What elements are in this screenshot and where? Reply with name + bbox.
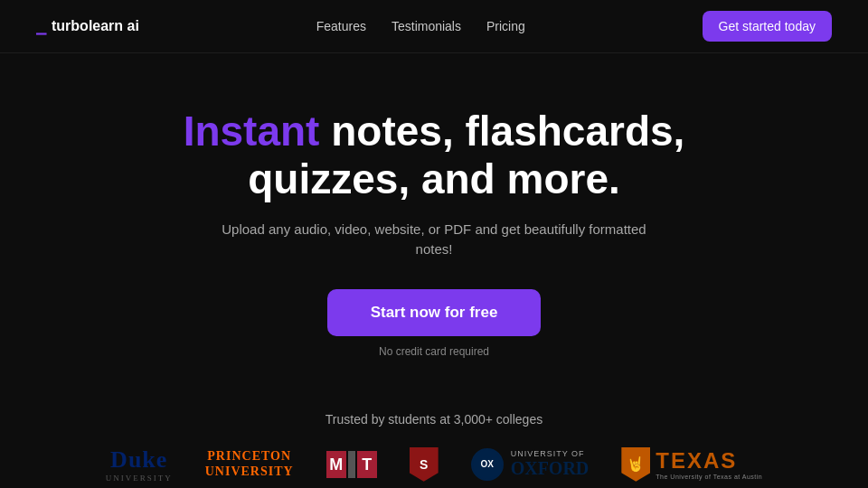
navbar: ⎯ turbolearn ai Features Testimonials Pr… — [0, 0, 868, 53]
logo-duke: Duke UNIVERSITY — [106, 446, 173, 483]
hero-section: Instant notes, flashcards, quizzes, and … — [0, 53, 868, 394]
logo-icon: ⎯ — [36, 17, 46, 36]
nav-cta-button[interactable]: Get started today — [703, 11, 832, 42]
trusted-label: Trusted by students at 3,000+ colleges — [326, 412, 542, 427]
hero-subtitle: Upload any audio, video, website, or PDF… — [217, 220, 651, 260]
logo-oxford: OX UNIVERSITY OF OXFORD — [471, 448, 590, 481]
hero-no-cc-label: No credit card required — [379, 345, 489, 358]
hero-cta-button[interactable]: Start now for free — [327, 289, 542, 336]
nav-links: Features Testimonials Pricing — [316, 19, 525, 33]
hero-title: Instant notes, flashcards, quizzes, and … — [154, 108, 714, 203]
trusted-logos: Duke UNIVERSITY PRINCETONUNIVERSITY MT S… — [106, 446, 763, 483]
logo-mit: MT — [326, 451, 377, 478]
logo-princeton: PRINCETONUNIVERSITY — [205, 449, 294, 480]
nav-link-pricing[interactable]: Pricing — [486, 19, 525, 33]
hero-title-accent: Instant — [184, 108, 320, 155]
logo-text: turbolearn ai — [52, 18, 139, 34]
nav-link-features[interactable]: Features — [316, 19, 366, 33]
trusted-section: Trusted by students at 3,000+ colleges D… — [0, 394, 868, 488]
nav-link-testimonials[interactable]: Testimonials — [392, 19, 461, 33]
logo-stanford: S — [410, 447, 439, 482]
logo[interactable]: ⎯ turbolearn ai — [36, 17, 139, 36]
logo-texas: 🤘 TEXAS The University of Texas at Austi… — [621, 447, 762, 482]
